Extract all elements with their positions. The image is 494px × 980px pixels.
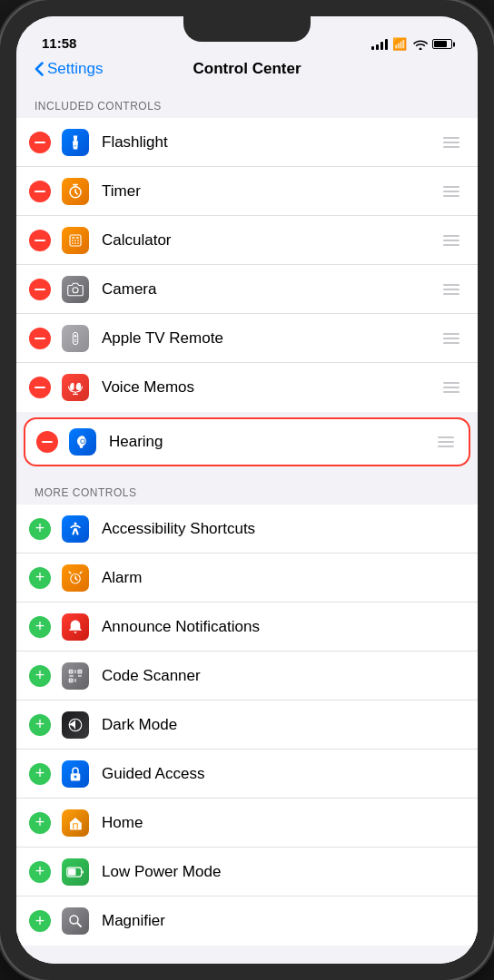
signal-icon — [371, 39, 388, 50]
magnifier-icon — [62, 907, 89, 935]
list-item: Guided Access — [16, 750, 478, 799]
guided-access-label: Guided Access — [102, 765, 463, 783]
notch — [183, 16, 311, 42]
list-item: Magnifier — [16, 897, 478, 946]
list-item: Announce Notifications — [16, 603, 478, 652]
remove-voice-memos-button[interactable] — [29, 377, 51, 398]
svg-rect-14 — [74, 340, 77, 341]
remove-camera-button[interactable] — [29, 279, 51, 300]
included-controls-list: Flashlight Timer — [16, 118, 478, 412]
wifi-icon: 📶 — [392, 37, 407, 51]
camera-icon — [62, 276, 89, 303]
status-icons: 📶 — [371, 37, 452, 51]
voice-memos-icon — [62, 374, 89, 401]
add-dark-mode-button[interactable] — [29, 714, 51, 736]
nav-bar: Settings Control Center — [16, 56, 478, 85]
svg-point-12 — [74, 335, 77, 338]
list-item: Home — [16, 799, 478, 848]
svg-rect-24 — [79, 671, 81, 672]
camera-drag-handle[interactable] — [440, 280, 463, 299]
remove-calculator-button[interactable] — [29, 230, 51, 251]
flashlight-icon — [62, 129, 89, 156]
voice-memos-label: Voice Memos — [102, 378, 440, 397]
svg-rect-6 — [77, 240, 79, 241]
included-controls-header: INCLUDED CONTROLS — [16, 85, 478, 118]
magnifier-label: Magnifier — [102, 912, 463, 930]
list-item: Apple TV Remote — [16, 314, 478, 363]
remove-timer-button[interactable] — [29, 181, 51, 202]
back-label: Settings — [47, 60, 103, 78]
alarm-label: Alarm — [102, 569, 463, 587]
svg-rect-23 — [70, 671, 72, 672]
svg-point-31 — [74, 775, 77, 778]
phone-frame: 11:58 📶 — [0, 0, 494, 980]
flashlight-drag-handle[interactable] — [440, 133, 463, 152]
alarm-icon — [62, 564, 89, 592]
add-magnifier-button[interactable] — [29, 910, 51, 932]
announce-notifications-icon — [62, 613, 89, 641]
add-announce-notifications-button[interactable] — [29, 616, 51, 638]
calculator-label: Calculator — [102, 231, 440, 250]
announce-notifications-label: Announce Notifications — [102, 618, 463, 636]
svg-point-18 — [74, 522, 77, 524]
svg-rect-13 — [74, 338, 77, 339]
add-home-button[interactable] — [29, 812, 51, 834]
hearing-label: Hearing — [109, 433, 434, 451]
svg-rect-4 — [72, 240, 74, 241]
status-time: 11:58 — [42, 35, 76, 51]
home-icon — [62, 809, 89, 837]
svg-point-34 — [70, 916, 78, 924]
more-controls-header: MORE CONTROLS — [16, 472, 478, 505]
list-item: Code Scanner — [16, 652, 478, 701]
svg-rect-11 — [73, 332, 77, 344]
list-item: Timer — [16, 167, 478, 216]
svg-rect-5 — [74, 240, 76, 241]
list-item: Accessibility Shortcuts — [16, 505, 478, 554]
code-scanner-icon — [62, 662, 89, 690]
add-guided-access-button[interactable] — [29, 763, 51, 785]
list-item: Alarm — [16, 554, 478, 603]
code-scanner-label: Code Scanner — [102, 667, 463, 685]
low-power-mode-label: Low Power Mode — [102, 863, 463, 881]
wifi-icon — [413, 39, 428, 50]
list-item: Dark Mode — [16, 701, 478, 750]
page-title: Control Center — [193, 60, 301, 78]
hearing-icon — [69, 428, 96, 456]
dark-mode-label: Dark Mode — [102, 716, 463, 734]
list-item: Calculator — [16, 216, 478, 265]
svg-rect-7 — [72, 242, 74, 244]
calculator-drag-handle[interactable] — [440, 231, 463, 250]
timer-icon — [62, 178, 89, 205]
svg-rect-8 — [74, 242, 76, 244]
battery-icon — [432, 39, 452, 49]
more-controls-list: Accessibility Shortcuts Alarm — [16, 505, 478, 946]
svg-rect-3 — [76, 237, 79, 239]
back-button[interactable]: Settings — [35, 60, 103, 78]
list-item: Camera — [16, 265, 478, 314]
svg-rect-2 — [72, 237, 74, 239]
add-alarm-button[interactable] — [29, 567, 51, 589]
list-item: Low Power Mode — [16, 848, 478, 897]
accessibility-shortcuts-icon — [62, 515, 89, 543]
flashlight-label: Flashlight — [102, 133, 440, 152]
apple-tv-remote-icon — [62, 325, 89, 352]
home-label: Home — [102, 814, 463, 832]
remove-apple-tv-remote-button[interactable] — [29, 328, 51, 349]
timer-drag-handle[interactable] — [440, 182, 463, 201]
list-item: Voice Memos — [16, 363, 478, 412]
hearing-drag-handle[interactable] — [434, 433, 458, 451]
list-item: Flashlight — [16, 118, 478, 167]
remove-flashlight-button[interactable] — [29, 132, 51, 153]
add-accessibility-shortcuts-button[interactable] — [29, 518, 51, 540]
calculator-icon — [62, 227, 89, 254]
remove-hearing-button[interactable] — [36, 431, 58, 453]
svg-point-10 — [73, 287, 78, 292]
phone-screen: 11:58 📶 — [16, 16, 478, 964]
voice-memos-drag-handle[interactable] — [440, 378, 463, 397]
apple-tv-remote-drag-handle[interactable] — [440, 329, 463, 348]
add-code-scanner-button[interactable] — [29, 665, 51, 687]
screen-content[interactable]: INCLUDED CONTROLS Flashlight — [16, 85, 478, 964]
svg-rect-25 — [70, 680, 72, 681]
add-low-power-mode-button[interactable] — [29, 861, 51, 883]
guided-access-icon — [62, 760, 89, 788]
